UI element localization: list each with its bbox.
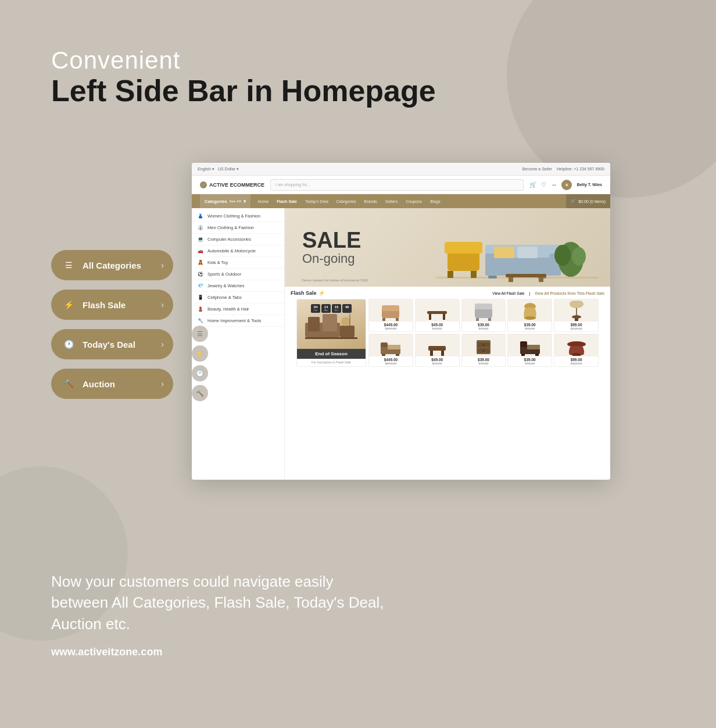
nav-blogs[interactable]: Blogs	[426, 199, 445, 204]
price-2: $49.00	[417, 323, 457, 327]
language-selector[interactable]: English ▾	[198, 167, 214, 172]
sidebar-btn-todays-deal[interactable]: 🕐 Today's Deal ›	[51, 329, 173, 359]
sidebar-circle-menu[interactable]: ☰	[192, 326, 208, 342]
nav-todays-deal[interactable]: Today's Deal	[301, 199, 332, 204]
auction-label: Auction	[83, 379, 161, 389]
original-price-5: $119.00	[556, 327, 596, 330]
sidebar-circle-hammer[interactable]: 🔨	[192, 385, 208, 401]
sidebar-btn-flash-sale[interactable]: ⚡ Flash Sale ›	[51, 290, 173, 320]
currency-selector[interactable]: US Dollar ▾	[218, 167, 239, 172]
product-image-6	[369, 334, 413, 356]
product-card-6[interactable]: $449.00 $549.00	[368, 334, 413, 367]
original-price-10: $119.00	[556, 362, 596, 365]
avatar: B	[561, 180, 572, 190]
svg-rect-34	[443, 314, 445, 320]
product-card-7[interactable]: $49.00 $49.00	[415, 334, 460, 367]
categories-dropdown[interactable]: Categories See All ▾	[200, 194, 250, 208]
svg-rect-1	[448, 251, 479, 271]
sidebar-item-women[interactable]: 👗 Women Clothing & Fashion	[192, 210, 284, 222]
sale-label: SALE	[302, 229, 361, 251]
timer-hours: 04 Hrs	[311, 304, 320, 313]
sidebar-circle-clock[interactable]: 🕐	[192, 365, 208, 381]
flash-sale-links: View All Flash Sale | View All Products …	[492, 291, 604, 295]
original-price-2: $49.00	[417, 327, 457, 330]
see-all-label: See All	[230, 199, 241, 203]
product-card-4[interactable]: $39.00 $49.00	[507, 299, 552, 332]
screenshot-sidebar-circles: ☰ ⚡ 🕐 🔨	[192, 326, 208, 403]
svg-rect-50	[428, 346, 446, 351]
logo-icon: 🛒	[200, 181, 207, 188]
jewelry-icon: 💎	[198, 283, 205, 288]
become-seller-link[interactable]: Become a Seller	[522, 167, 552, 171]
wishlist-icon[interactable]: 🛒	[529, 181, 536, 188]
sidebar-item-men[interactable]: 👔 Men Clothing & Fashion	[192, 222, 284, 234]
product-card-10[interactable]: $99.00 $119.00	[554, 334, 599, 367]
sports-label: Sports & Outdoor	[207, 272, 241, 277]
svg-rect-46	[381, 342, 388, 347]
sidebar-btn-auction[interactable]: 🔨 Auction ›	[51, 369, 173, 399]
sidebar-circle-flash[interactable]: ⚡	[192, 345, 208, 362]
cart-button[interactable]: 🛒 $0.00 (0 items)	[566, 194, 610, 208]
convenient-label: Convenient	[51, 47, 436, 74]
svg-point-16	[572, 247, 586, 266]
nav-sellers[interactable]: Sellers	[381, 199, 402, 204]
original-price-9: $49.00	[510, 362, 550, 365]
product-card-1[interactable]: $449.00 $549.00	[368, 299, 413, 332]
sidebar-item-kids[interactable]: 🧸 Kids & Toy	[192, 257, 284, 269]
product-card-8[interactable]: $39.00 $49.00	[461, 334, 506, 367]
nav-home[interactable]: Home	[254, 199, 273, 204]
men-clothing-label: Men Clothing & Fashion	[207, 225, 254, 230]
svg-rect-21	[308, 317, 320, 331]
nav-categories[interactable]: Categories	[332, 199, 360, 204]
product-prices-4: $39.00 $49.00	[508, 322, 552, 331]
svg-rect-62	[527, 345, 540, 349]
sidebar-item-jewelry[interactable]: 💎 Jewelry & Watches	[192, 280, 284, 292]
svg-rect-25	[305, 337, 357, 339]
header-icons: 🛒 ♡ ↔ B Betty T. Niles	[529, 180, 602, 190]
nav-flash-sale[interactable]: Flash Sale	[273, 199, 301, 204]
beauty-label: Beauty, Health & Hair	[207, 306, 249, 312]
bench-img	[425, 336, 449, 356]
auto-icon: 🚗	[198, 248, 205, 254]
view-all-products[interactable]: View All Products from This Flash Sale	[535, 291, 604, 295]
product-card-3[interactable]: $39.00 $49.00	[461, 299, 506, 332]
countdown-timer: 04 Hrs 14 Min 15 Sec	[311, 304, 352, 313]
flash-icon: ⚡	[60, 297, 77, 313]
table-img-1	[425, 301, 449, 321]
svg-rect-32	[427, 311, 447, 314]
heart-icon[interactable]: ♡	[541, 181, 546, 188]
compare-icon[interactable]: ↔	[551, 181, 557, 188]
product-prices-9: $39.00 $49.00	[508, 356, 552, 366]
sidebar-item-computers[interactable]: 💻 Computer Accessories	[192, 234, 284, 245]
nav-coupons[interactable]: Coupons	[402, 199, 426, 204]
lamp-img	[565, 301, 588, 321]
svg-rect-37	[476, 318, 479, 321]
product-image-9	[508, 334, 552, 356]
product-card-2[interactable]: $49.00 $49.00	[415, 299, 460, 332]
sidebar-item-phones[interactable]: 📱 Cellphone & Tabs	[192, 292, 284, 304]
flash-sale-text: Flash Sale	[291, 290, 317, 296]
sidebar-buttons-group: ☰ All Categories › ⚡ Flash Sale › 🕐 Toda…	[51, 250, 173, 399]
product-card-5[interactable]: $99.00 $119.00	[554, 299, 599, 332]
product-prices-2: $49.00 $49.00	[416, 322, 459, 331]
original-price-3: $49.00	[464, 327, 504, 330]
search-bar[interactable]: I am shopping for...	[270, 179, 524, 191]
view-all-flash[interactable]: View All Flash Sale	[492, 291, 524, 295]
products-row: 04 Hrs 14 Min 15 Sec	[291, 299, 604, 367]
sidebar-btn-all-categories[interactable]: ☰ All Categories ›	[51, 250, 173, 280]
product-grid: $449.00 $549.00	[368, 299, 599, 367]
nightstand-img	[472, 336, 495, 356]
nav-brands[interactable]: Brands	[360, 199, 381, 204]
sidebar-item-list: 👗 Women Clothing & Fashion 👔 Men Clothin…	[192, 208, 284, 329]
sidebar-item-home[interactable]: 🔧 Home Improvement & Tools	[192, 315, 284, 327]
featured-product[interactable]: 04 Hrs 14 Min 15 Sec	[296, 299, 366, 367]
sidebar-item-beauty[interactable]: 💄 Beauty, Health & Hair	[192, 304, 284, 315]
svg-rect-52	[441, 351, 444, 356]
svg-rect-30	[382, 318, 385, 321]
sidebar-item-auto[interactable]: 🚗 Automobile & Motorcycle	[192, 245, 284, 257]
sidebar-item-sports[interactable]: ⚽ Sports & Outdoor	[192, 269, 284, 280]
product-image-3	[462, 299, 506, 322]
topbar-left-links: English ▾ US Dollar ▾	[198, 167, 239, 172]
separator: |	[529, 291, 530, 295]
product-card-9[interactable]: $39.00 $49.00	[507, 334, 552, 367]
